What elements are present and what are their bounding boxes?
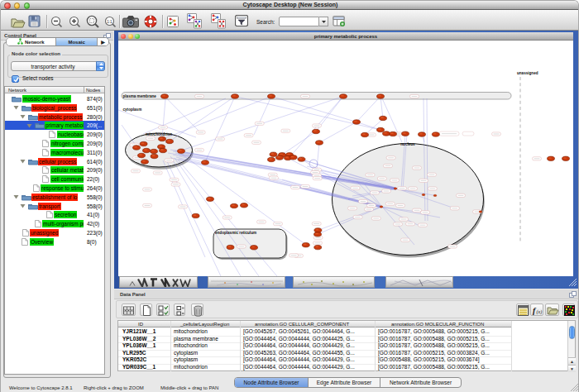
svg-text:unassigned: unassigned xyxy=(517,71,538,75)
svg-text:endoplasmic reticulum: endoplasmic reticulum xyxy=(215,231,256,235)
svg-text:nucleus: nucleus xyxy=(400,142,415,146)
svg-text:plasma membrane: plasma membrane xyxy=(123,94,157,98)
svg-text:cytoplasm: cytoplasm xyxy=(123,108,142,112)
svg-text:mitochondrion: mitochondrion xyxy=(146,132,172,136)
svg-text:1:1: 1:1 xyxy=(107,20,112,24)
svg-text:(x): (x) xyxy=(536,308,542,314)
